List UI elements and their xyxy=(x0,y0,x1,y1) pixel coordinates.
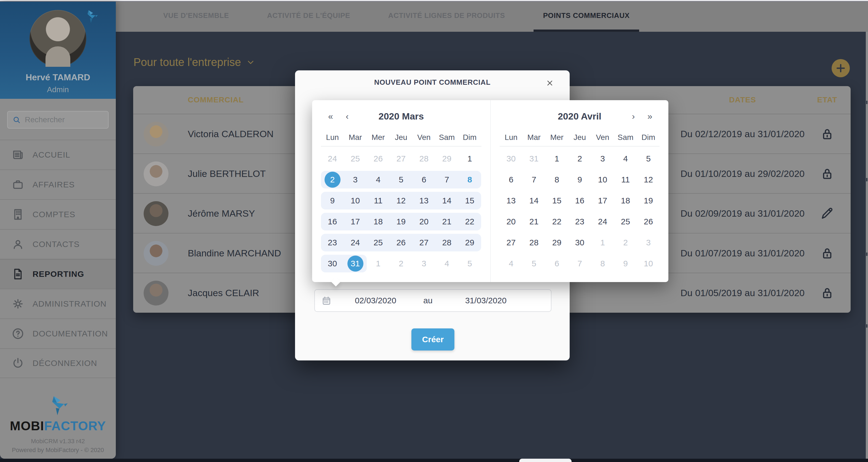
scope-dropdown[interactable]: Pour toute l'entreprise xyxy=(133,56,255,68)
day-cell[interactable]: 4 xyxy=(500,253,523,274)
day-cell[interactable]: 7 xyxy=(523,169,546,190)
sidebar-nav-item[interactable]: REPORTING xyxy=(0,259,116,289)
report-tab[interactable]: POINTS COMMERCIAUX xyxy=(533,2,639,32)
day-cell[interactable]: 12 xyxy=(637,169,660,190)
day-cell[interactable]: 9 xyxy=(568,169,591,190)
etat-action[interactable] xyxy=(801,154,850,193)
day-cell[interactable]: 5 xyxy=(523,253,546,274)
day-cell[interactable]: 26 xyxy=(637,211,660,232)
prev-year-button[interactable]: « xyxy=(324,106,337,126)
sidebar-nav-item[interactable]: ACCUEIL xyxy=(0,140,116,169)
day-cell[interactable]: 8 xyxy=(546,169,568,190)
day-cell[interactable]: 21 xyxy=(523,211,546,232)
day-cell[interactable]: 11 xyxy=(367,190,390,211)
day-cell[interactable]: 26 xyxy=(390,232,412,253)
day-cell[interactable]: 2 xyxy=(568,148,591,169)
day-cell[interactable]: 14 xyxy=(435,190,458,211)
day-cell[interactable]: 27 xyxy=(500,232,523,253)
day-cell[interactable]: 31 xyxy=(523,148,546,169)
day-cell[interactable]: 30 xyxy=(568,232,591,253)
day-cell[interactable]: 12 xyxy=(390,190,412,211)
etat-action[interactable] xyxy=(801,194,850,233)
day-cell[interactable]: 27 xyxy=(412,232,435,253)
day-cell[interactable]: 8 xyxy=(591,253,614,274)
day-cell[interactable]: 24 xyxy=(321,148,344,169)
day-cell[interactable]: 2 xyxy=(614,232,637,253)
day-cell[interactable]: 14 xyxy=(523,190,546,211)
create-button[interactable]: Créer xyxy=(411,328,455,350)
sidebar-nav-item[interactable]: DÉCONNEXION xyxy=(0,348,116,378)
modal-close-button[interactable] xyxy=(544,77,556,89)
day-cell[interactable]: 3 xyxy=(412,253,435,274)
day-cell[interactable]: 5 xyxy=(390,169,412,190)
day-cell[interactable]: 5 xyxy=(637,148,660,169)
day-cell[interactable]: 1 xyxy=(546,148,568,169)
day-cell[interactable]: 19 xyxy=(390,211,412,232)
day-cell[interactable]: 20 xyxy=(500,211,523,232)
day-cell[interactable]: 24 xyxy=(591,211,614,232)
day-cell[interactable]: 6 xyxy=(546,253,568,274)
day-cell[interactable]: 9 xyxy=(614,253,637,274)
day-cell[interactable]: 29 xyxy=(458,232,481,253)
day-cell[interactable]: 10 xyxy=(637,253,660,274)
day-cell[interactable]: 4 xyxy=(367,169,390,190)
day-cell[interactable]: 24 xyxy=(344,232,367,253)
etat-action[interactable] xyxy=(801,273,850,312)
day-cell[interactable]: 3 xyxy=(637,232,660,253)
day-cell[interactable]: 3 xyxy=(344,169,367,190)
day-cell[interactable]: 30 xyxy=(321,253,344,274)
day-cell[interactable]: 13 xyxy=(500,190,523,211)
day-cell[interactable]: 22 xyxy=(458,211,481,232)
day-cell[interactable]: 15 xyxy=(458,190,481,211)
day-cell[interactable]: 6 xyxy=(500,169,523,190)
day-cell[interactable]: 28 xyxy=(523,232,546,253)
prev-month-button[interactable]: ‹ xyxy=(341,106,353,126)
right-edge-scroll-strip[interactable] xyxy=(866,32,868,459)
day-cell[interactable]: 27 xyxy=(390,148,412,169)
day-cell[interactable]: 23 xyxy=(321,232,344,253)
day-cell[interactable]: 1 xyxy=(458,148,481,169)
search-box[interactable] xyxy=(7,111,108,128)
day-cell[interactable]: 29 xyxy=(435,148,458,169)
day-cell[interactable]: 28 xyxy=(435,232,458,253)
day-cell[interactable]: 2 xyxy=(321,169,344,190)
day-cell[interactable]: 18 xyxy=(614,190,637,211)
next-month-button[interactable]: › xyxy=(627,106,640,126)
day-cell[interactable]: 13 xyxy=(412,190,435,211)
day-cell[interactable]: 4 xyxy=(614,148,637,169)
sidebar-nav-item[interactable]: ADMINISTRATION xyxy=(0,289,116,318)
day-cell[interactable]: 31 xyxy=(344,253,367,274)
etat-action[interactable] xyxy=(801,114,850,153)
next-year-button[interactable]: » xyxy=(644,106,656,126)
day-cell[interactable]: 17 xyxy=(591,190,614,211)
day-cell[interactable]: 22 xyxy=(546,211,568,232)
day-cell[interactable]: 6 xyxy=(412,169,435,190)
day-cell[interactable]: 21 xyxy=(435,211,458,232)
day-cell[interactable]: 1 xyxy=(367,253,390,274)
search-input[interactable] xyxy=(25,115,104,124)
day-cell[interactable]: 5 xyxy=(458,253,481,274)
day-cell[interactable]: 26 xyxy=(367,148,390,169)
day-cell[interactable]: 16 xyxy=(321,211,344,232)
sidebar-nav-item[interactable]: AFFAIRES xyxy=(0,169,116,199)
sidebar-nav-item[interactable]: DOCUMENTATION xyxy=(0,318,116,348)
day-cell[interactable]: 1 xyxy=(591,232,614,253)
day-cell[interactable]: 23 xyxy=(568,211,591,232)
day-cell[interactable]: 10 xyxy=(591,169,614,190)
day-cell[interactable]: 28 xyxy=(412,148,435,169)
etat-action[interactable] xyxy=(801,233,850,273)
report-tab[interactable]: ACTIVITÉ DE L'ÉQUIPE xyxy=(258,2,360,32)
day-cell[interactable]: 10 xyxy=(344,190,367,211)
day-cell[interactable]: 18 xyxy=(367,211,390,232)
sidebar-nav-item[interactable]: COMPTES xyxy=(0,199,116,229)
add-point-button[interactable] xyxy=(832,59,850,77)
sidebar-nav-item[interactable]: CONTACTS xyxy=(0,229,116,259)
day-cell[interactable]: 2 xyxy=(390,253,412,274)
day-cell[interactable]: 30 xyxy=(500,148,523,169)
report-tab[interactable]: ACTIVITÉ LIGNES DE PRODUITS xyxy=(379,2,515,32)
day-cell[interactable]: 4 xyxy=(435,253,458,274)
day-cell[interactable]: 17 xyxy=(344,211,367,232)
day-cell[interactable]: 29 xyxy=(546,232,568,253)
date-range-input[interactable]: 02/03/2020 au 31/03/2020 xyxy=(314,289,552,312)
day-cell[interactable]: 3 xyxy=(591,148,614,169)
